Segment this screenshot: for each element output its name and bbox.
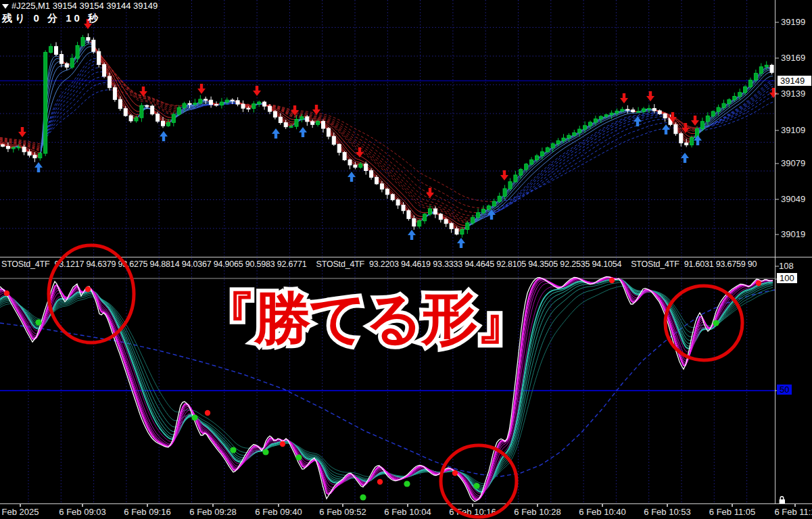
annotation-circle [49,245,134,343]
mt4-chart-window: 3919939169391393910939079390493901939149… [0,0,812,519]
annotation-layer [0,0,812,519]
annotation-circle [665,286,742,360]
annotation-circle [441,445,517,517]
